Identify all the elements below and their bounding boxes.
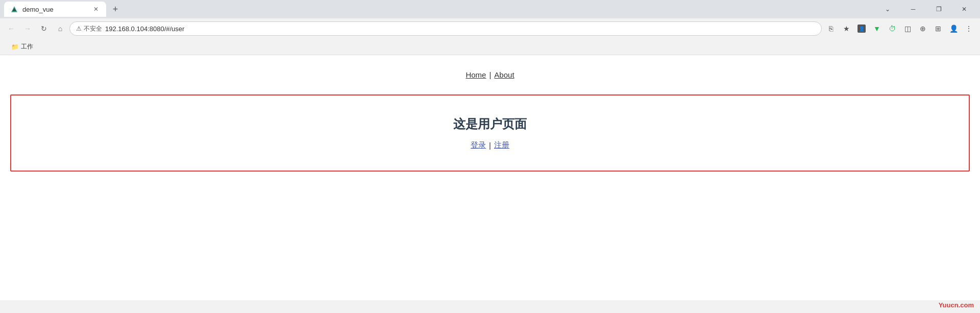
forward-button[interactable]: → [20,21,35,36]
screen-icon[interactable]: ◫ [900,21,915,36]
login-link[interactable]: 登录 [471,140,486,150]
warning-icon: ⚠ [76,25,82,32]
home-nav-link[interactable]: Home [465,70,486,79]
address-bar-row: ← → ↻ ⌂ ⚠ 不安全 192.168.0.104:8080/#/user … [0,18,980,39]
timer-icon[interactable]: ⏱ [885,21,899,36]
bookmarks-bar: 📁 工作 [0,39,980,55]
user-links-separator: | [489,141,491,150]
close-button[interactable]: ✕ [952,0,976,18]
back-button[interactable]: ← [4,21,18,36]
user-page-box: 这是用户页面 登录 | 注册 [10,94,970,172]
security-warning: ⚠ 不安全 [76,25,102,33]
dropbox-icon[interactable]: ▼ [870,21,884,36]
security-label: 不安全 [84,25,102,33]
tab-close-button[interactable]: ✕ [92,5,100,13]
active-tab[interactable]: demo_vue ✕ [4,2,106,17]
bookmark-label: 工作 [21,42,33,51]
about-nav-link[interactable]: About [494,70,514,79]
menu-icon[interactable]: ⋮ [962,21,976,36]
toolbar-icons: ⎘ ★ 👤 ▼ ⏱ ◫ ⊕ ⊞ 👤 ⋮ [824,21,976,36]
account-icon[interactable]: 👤 [946,21,961,36]
tab-favicon [10,5,18,13]
tab-bar: demo_vue ✕ + ⌄ ─ ❐ ✕ [0,0,980,18]
cast-icon[interactable]: ⎘ [824,21,838,36]
home-button[interactable]: ⌂ [53,21,67,36]
bookmark-folder-icon: 📁 [11,43,19,51]
user-page-links: 登录 | 注册 [471,140,509,150]
extension-icon[interactable]: ⊕ [916,21,930,36]
restore-button[interactable]: ❐ [927,0,950,18]
register-link[interactable]: 注册 [494,140,509,150]
bookmark-icon[interactable]: ★ [839,21,853,36]
watermark: Yuucn.com [939,301,974,309]
window-dropdown-button[interactable]: ⌄ [876,0,899,18]
minimize-button[interactable]: ─ [901,0,925,18]
svg-text:👤: 👤 [859,26,865,32]
reload-button[interactable]: ↻ [37,21,51,36]
browser-chrome: demo_vue ✕ + ⌄ ─ ❐ ✕ ← → ↻ ⌂ ⚠ 不安全 192.1… [0,0,980,55]
page-content: Home | About 这是用户页面 登录 | 注册 [0,55,980,300]
address-bar[interactable]: ⚠ 不安全 192.168.0.104:8080/#/user [69,21,822,36]
bookmark-work[interactable]: 📁 工作 [8,41,36,52]
user-page-title: 这是用户页面 [453,116,527,132]
new-tab-button[interactable]: + [108,2,122,16]
tab-title: demo_vue [22,6,88,13]
nav-separator: | [489,70,491,79]
apps-icon[interactable]: ⊞ [931,21,945,36]
window-controls: ⌄ ─ ❐ ✕ [876,0,976,18]
url-text: 192.168.0.104:8080/#/user [105,25,184,33]
profile-icon[interactable]: 👤 [854,21,869,36]
nav-links: Home | About [0,55,980,89]
